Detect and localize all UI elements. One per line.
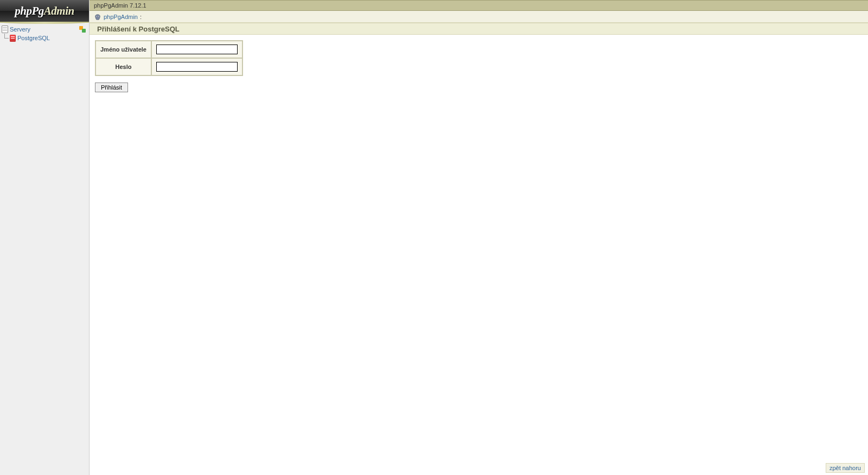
- svg-point-2: [97, 16, 97, 16]
- breadcrumb-root[interactable]: phpPgAdmin: [104, 11, 138, 23]
- database-icon: [9, 34, 16, 42]
- breadcrumb: phpPgAdmin:: [90, 11, 868, 23]
- app-logo[interactable]: phpPgAdmin: [0, 0, 89, 23]
- breadcrumb-sep: :: [140, 11, 142, 23]
- app-version: phpPgAdmin 7.12.1: [94, 2, 146, 9]
- row-password: Heslo: [95, 58, 242, 75]
- postgresql-link[interactable]: PostgreSQL: [17, 34, 50, 42]
- input-password[interactable]: [156, 62, 238, 72]
- login-submit-button[interactable]: [95, 83, 128, 92]
- tree-node-postgresql[interactable]: PostgreSQL: [1, 34, 88, 42]
- servers-action-icon[interactable]: [79, 26, 86, 33]
- input-username[interactable]: [156, 45, 238, 54]
- login-form: Jméno uživatele Heslo: [95, 40, 863, 92]
- label-password: Heslo: [95, 58, 151, 75]
- logo-suffix: Admin: [44, 4, 74, 17]
- login-form-area: Jméno uživatele Heslo: [90, 35, 868, 98]
- postgres-elephant-icon: [94, 13, 101, 21]
- tree-branch-icon: [1, 34, 9, 42]
- app-version-bar: phpPgAdmin 7.12.1: [90, 0, 868, 11]
- label-username: Jméno uživatele: [95, 41, 151, 58]
- login-table: Jméno uživatele Heslo: [95, 40, 243, 76]
- login-heading: Přihlášení k PostgreSQL: [90, 23, 868, 35]
- back-to-top[interactable]: zpět nahoru: [826, 463, 865, 473]
- logo-prefix: phpPg: [15, 4, 44, 17]
- server-tree: Servery PostgreSQL: [0, 23, 89, 45]
- svg-point-3: [98, 16, 99, 16]
- sidebar: phpPgAdmin Servery PostgreSQL: [0, 0, 90, 475]
- row-username: Jméno uživatele: [95, 41, 242, 58]
- servers-link[interactable]: Servery: [10, 25, 30, 34]
- servers-icon: [1, 26, 9, 33]
- back-to-top-link[interactable]: zpět nahoru: [829, 465, 861, 471]
- tree-node-servers[interactable]: Servery: [1, 25, 88, 34]
- main-content: phpPgAdmin 7.12.1 phpPgAdmin: Přihlášení…: [90, 0, 868, 475]
